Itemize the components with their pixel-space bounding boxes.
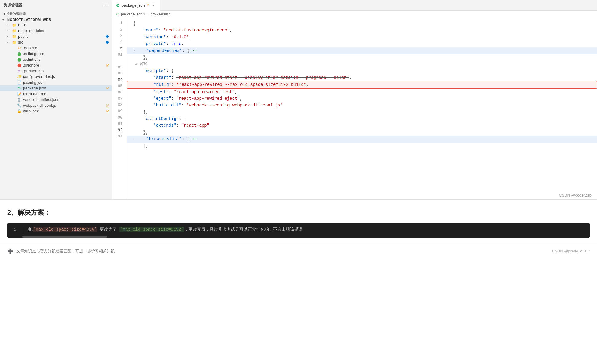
sidebar-item-eslintrc[interactable]: › ⬤ .eslintrc.js (0, 57, 112, 62)
sidebar-item-public[interactable]: › 📁 public (0, 34, 112, 39)
code-line-90: "extends": "react-app" (127, 122, 597, 129)
sidebar-label-package-json: package.json (23, 86, 106, 90)
vendor-manifest-icon: {} (16, 98, 22, 102)
ln-86: 86 (112, 89, 127, 96)
build-collapse-arrow: › (7, 23, 11, 27)
sidebar-label-config-overrides: config-overrides.js (23, 74, 112, 79)
sidebar-label-node-modules: node_modules (18, 28, 112, 33)
src-collapse-arrow: › (7, 41, 11, 44)
tab-close-button[interactable]: × (151, 3, 156, 8)
sidebar-item-yarn-lock[interactable]: › 🔒 yarn.lock M (0, 108, 112, 114)
code-line-97: ], (127, 143, 597, 149)
sidebar-project-root[interactable]: ▾ NODIOTPLATFORM_WEB (0, 17, 112, 22)
breadcrumb-file-icon: ⚙ (116, 12, 120, 16)
babelrc-icon: ⚙ (16, 46, 22, 50)
package-json-icon: ⚙ (16, 86, 22, 90)
bottom-note: ➕ 文章知识点与官方知识档案匹配，可进一步学习相关知识 CSDN @pretty… (0, 244, 597, 258)
ln-83: 83 (112, 70, 127, 77)
dark-code-scrollbar-thumb[interactable] (22, 236, 107, 238)
code-3-text: "version": "0.1.0", (133, 34, 191, 41)
code-92-text: "browserslist": [··· (136, 136, 197, 142)
sidebar-item-prettierrc[interactable]: › ✦ .prettierrc.js (0, 68, 112, 74)
code-line-82: "scripts": { (127, 67, 597, 74)
eslintrc-icon: ⬤ (16, 57, 22, 62)
config-overrides-icon: JS (16, 75, 22, 79)
editor-tab-package-json[interactable]: ⚙ package.json M × (112, 0, 160, 11)
fold-arrow-5[interactable]: › (133, 48, 135, 54)
gitignore-icon: ⬤ (16, 63, 22, 67)
code-88-text: }, (133, 109, 148, 115)
prettierrc-icon: ✦ (16, 69, 22, 73)
bottom-note-icon: ➕ (7, 248, 13, 254)
dark-code-block: 1 把`max_old_space_size=4096` 更改为了 `max_o… (7, 223, 590, 238)
ln-82: 82 (112, 64, 127, 71)
folder-public-icon: 📁 (11, 34, 17, 39)
sidebar-item-babelrc[interactable]: › ⚙ .babelrc (0, 45, 112, 51)
code-line-1: { (127, 20, 597, 27)
dark-line-num-1: 1 (7, 226, 22, 233)
sidebar-label-src: src (18, 40, 106, 44)
sidebar-label-eslintrc: .eslintrc.js (23, 57, 112, 62)
ln-5: 5 (112, 45, 127, 52)
sidebar-item-package-json[interactable]: › ⚙ package.json M (0, 85, 112, 91)
sidebar-label-public: public (18, 34, 106, 39)
editor-breadcrumb: ⚙ package.json > [ ] browserslist (112, 11, 597, 18)
code-90-text: "extends": "react-app" (133, 122, 209, 129)
code-line-85: "test": "react-app-rewired test", (127, 89, 597, 95)
ln-91: 91 (112, 121, 127, 127)
line-numbers: 1 2 3 4 5 81 82 83 84 85 86 87 88 89 90 (112, 18, 127, 199)
sidebar-item-vendor-manifest[interactable]: › {} vendor-manifest.json (0, 97, 112, 102)
ln-87: 87 (112, 96, 127, 102)
folder-src-icon: 📁 (11, 40, 17, 44)
sidebar-dots[interactable]: ··· (103, 2, 108, 8)
public-collapse-arrow: › (7, 35, 11, 38)
dark-code-scrollbar-container (7, 236, 590, 238)
folder-build-icon: 📁 (11, 23, 17, 27)
code-line-92: › "browserslist": [··· (127, 136, 597, 142)
code-line-84: "build": "react-app-rewired --max_old_sp… (127, 81, 597, 88)
ln-88: 88 (112, 102, 127, 108)
code-line-91: }, (127, 129, 597, 136)
code-5-text: "dependencies": {··· (136, 47, 197, 54)
code-86-text: "eject": "react-app-rewired eject", (133, 95, 242, 102)
dark-code-line-1: 1 把`max_old_space_size=4096` 更改为了 `max_o… (7, 223, 590, 236)
code-97-text: ], (133, 143, 148, 149)
sidebar-item-readme[interactable]: › 📝 README.md (0, 91, 112, 97)
sidebar-item-gitignore[interactable]: › ⬤ .gitignore M (0, 62, 112, 68)
code-content[interactable]: { "name": "nodiot-fusiondesgin-demo", "v… (127, 18, 597, 199)
code-area[interactable]: 1 2 3 4 5 81 82 83 84 85 86 87 88 89 90 (112, 18, 597, 199)
main-container: 资源管理器 ··· 打开的编辑器 ▾ NODIOTPLATFORM_WEB › … (0, 0, 597, 258)
code-line-81: }, (127, 54, 597, 61)
sidebar-label-webpack-dll: webpack.dll.conf.js (23, 103, 106, 108)
gitignore-badge-m: M (106, 63, 109, 67)
ln-85: 85 (112, 83, 127, 89)
code-line-2: "name": "nodiot-fusiondesgin-demo", (127, 27, 597, 34)
ide-section: 资源管理器 ··· 打开的编辑器 ▾ NODIOTPLATFORM_WEB › … (0, 0, 597, 200)
sidebar-label-vendor-manifest: vendor-manifest.json (23, 97, 112, 102)
sidebar-open-editors[interactable]: 打开的编辑器 (0, 10, 112, 17)
sidebar-item-node-modules[interactable]: › 📁 node_modules (0, 28, 112, 34)
ln-90: 90 (112, 115, 127, 121)
code-4-text: "private": true, (133, 41, 184, 47)
webpack-dll-icon: 🔧 (16, 103, 22, 108)
ln-84: 84 (112, 77, 127, 83)
code-debug-text: ▷ 调试 (135, 61, 147, 67)
sidebar-item-config-overrides[interactable]: › JS config-overrides.js (0, 74, 112, 80)
sidebar-item-jsconfig[interactable]: › 📄 jsconfig.json (0, 80, 112, 85)
fold-arrow-92[interactable]: › (133, 137, 135, 142)
sidebar-item-build[interactable]: › 📁 build (0, 22, 112, 28)
eslintignore-icon: ⬤ (16, 52, 22, 56)
sidebar-item-eslintignore[interactable]: › ⬤ .eslintignore (0, 51, 112, 57)
section2-title: 2、解决方案： (7, 208, 590, 217)
code-2-text: "name": "nodiot-fusiondesgin-demo", (133, 27, 232, 34)
code-line-4: "private": true, (127, 41, 597, 47)
code-84-text: "build": "react-app-rewired --max_old_sp… (133, 81, 309, 88)
readme-icon: 📝 (16, 92, 22, 96)
code-83-text: "start": "react-app-rewired start --disp… (133, 74, 352, 81)
sidebar-item-webpack-dll[interactable]: › 🔧 webpack.dll.conf.js M (0, 102, 112, 108)
ln-1: 1 (112, 20, 127, 27)
public-dot-badge (106, 35, 109, 38)
package-json-badge-m: M (106, 86, 109, 90)
sidebar-item-src[interactable]: › 📁 src (0, 39, 112, 45)
code-87-text: "build:dll": "webpack --config webpack.d… (133, 102, 283, 109)
